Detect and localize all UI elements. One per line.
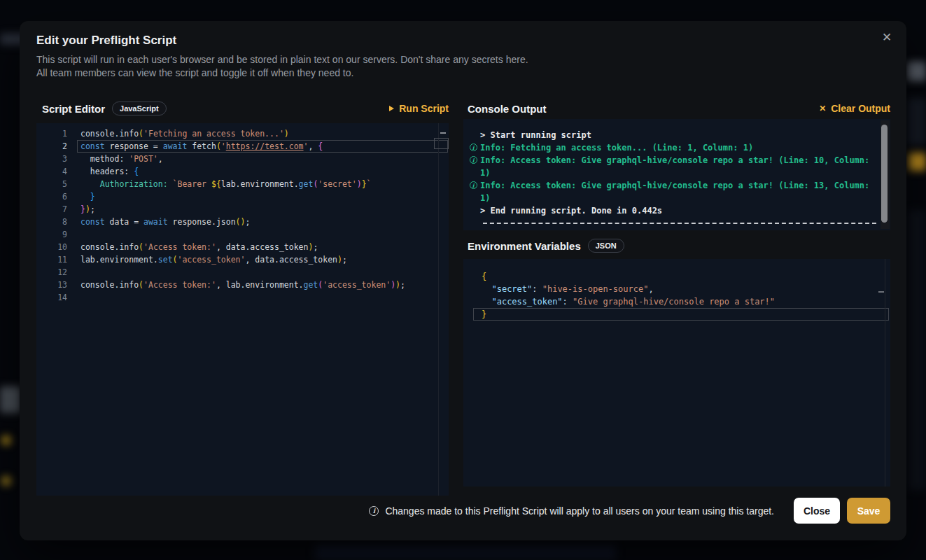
code-token: : [532,284,542,294]
code-line-content [67,266,80,279]
code-token: 'Access token:' [143,280,216,290]
language-badge: JavaScript [112,102,167,115]
env-vars-header: Environment Variables JSON [468,237,890,254]
code-token: get [304,280,318,290]
backdrop-blob [908,210,926,490]
code-token: 'Fetching an access token...' [143,129,284,139]
script-editor-title: Script Editor [42,103,105,115]
console-entry: iInfo: Access token: Give graphql-hive/c… [466,179,890,204]
code-line-content: console.info('Access token:', data.acces… [67,241,318,253]
line-number: 8 [36,216,67,228]
console-entry-icon-col [466,129,480,141]
code-token: "hive-is-open-source" [542,284,649,294]
code-token: 'POST' [129,154,158,164]
backdrop-blob [315,545,616,560]
code-line-content: console.info('Access token:', lab.enviro… [67,279,405,291]
console-entry-icon-col: i [466,179,480,204]
env-vars-editor[interactable]: { "secret": "hive-is-open-source", "acce… [463,259,890,486]
line-number: 9 [36,228,67,241]
code-line-2[interactable]: 2const response = await fetch('https://t… [36,140,449,153]
code-token: "Give graphql-hive/console repo a star!" [573,297,775,307]
code-token: ( [139,280,143,290]
code-token: } [362,179,367,189]
code-token: get [299,179,314,189]
code-line-6[interactable]: 6 } [36,190,449,203]
env-line-3[interactable]: "access_token": "Give graphql-hive/conso… [463,295,890,308]
code-token: `Bearer [173,179,211,189]
env-minimap-mark [878,291,884,293]
code-token: 'access_token' [323,280,391,290]
code-line-7[interactable]: 7}); [36,203,449,216]
env-line-2[interactable]: "secret": "hive-is-open-source", [463,283,890,295]
console-output[interactable]: > Start running scriptiInfo: Fetching an… [463,119,890,230]
backdrop-blob [907,62,926,81]
code-line-13[interactable]: 13console.info('Access token:', lab.envi… [36,279,449,291]
code-token: fetch [187,141,216,151]
script-editor-lines: 1console.info('Fetching an access token.… [36,127,449,304]
code-token: , [158,154,163,164]
code-line-5[interactable]: 5 Authorization: `Bearer ${lab.environme… [36,178,449,190]
code-token: { [482,272,486,281]
code-line-content [67,291,80,304]
code-token: set [158,255,173,265]
close-button[interactable]: Close [794,498,840,524]
line-number: 1 [36,127,67,140]
code-token [482,297,491,307]
backdrop-blob [909,153,926,171]
code-token: ( [139,129,143,139]
close-icon[interactable]: ✕ [878,29,895,46]
clear-output-button[interactable]: ✕ Clear Output [819,103,890,114]
code-token: method: [80,154,129,164]
code-line-14[interactable]: 14 [36,291,449,304]
env-vars-title: Environment Variables [468,240,581,252]
env-line-4[interactable]: } [463,308,890,321]
save-button[interactable]: Save [847,498,890,524]
console-output-title: Console Output [468,103,547,115]
console-entry: iInfo: Fetching an access token... (Line… [466,141,890,154]
console-entry-text: > End running script. Done in 0.442s [480,204,879,217]
code-line-3[interactable]: 3 method: 'POST', [36,153,449,165]
code-token: ) [395,280,400,290]
code-token: } [482,309,486,319]
code-line-12[interactable]: 12 [36,266,449,279]
console-scrollbar-thumb[interactable] [881,125,888,223]
code-line-11[interactable]: 11lab.environment.set('access_token', da… [36,253,449,266]
line-number: 13 [36,279,67,291]
backdrop-blob [1,476,11,486]
modal-description-line2: All team members can view the script and… [36,67,353,78]
code-line-content: const response = await fetch('https://te… [67,140,323,153]
code-line-10[interactable]: 10console.info('Access token:', data.acc… [36,241,449,253]
code-token: "access_token" [491,297,562,307]
code-line-9[interactable]: 9 [36,228,449,241]
code-token: ; [245,217,250,227]
code-token: "secret" [491,284,532,294]
code-line-content: Authorization: `Bearer ${lab.environment… [67,178,372,190]
env-line-1[interactable]: { [463,270,890,283]
code-line-content: headers: { [67,165,139,178]
line-number: 6 [36,190,67,203]
console-entry-text: Info: Access token: Give graphql-hive/co… [480,154,879,179]
code-token: console.info [80,242,139,252]
code-line-4[interactable]: 4 headers: { [36,165,449,178]
env-overview-ruler [885,259,885,486]
code-token: https://test.com [226,141,304,151]
modal-description-line1: This script will run in each user's brow… [36,54,528,65]
code-token: const [80,141,105,151]
run-script-button[interactable]: Run Script [389,103,449,114]
code-token: ) [357,179,362,189]
code-line-8[interactable]: 8const data = await response.json(); [36,216,449,228]
code-token [80,192,90,202]
editor-overview-ruler [438,123,439,496]
modal-title: Edit your Preflight Script [36,34,176,48]
script-editor[interactable]: 1console.info('Fetching an access token.… [36,123,449,496]
console-entry: > Start running script [466,129,890,141]
code-token: ' [221,141,226,151]
console-entry-icon-col [466,204,480,217]
console-entries: > Start running scriptiInfo: Fetching an… [466,129,890,224]
code-token: , [648,284,653,294]
info-icon: i [470,144,477,151]
code-line-1[interactable]: 1console.info('Fetching an access token.… [36,127,449,140]
code-line-content: method: 'POST', [67,153,163,165]
console-scrollbar-track[interactable] [881,120,890,229]
code-token: , data.access_token [216,242,309,252]
